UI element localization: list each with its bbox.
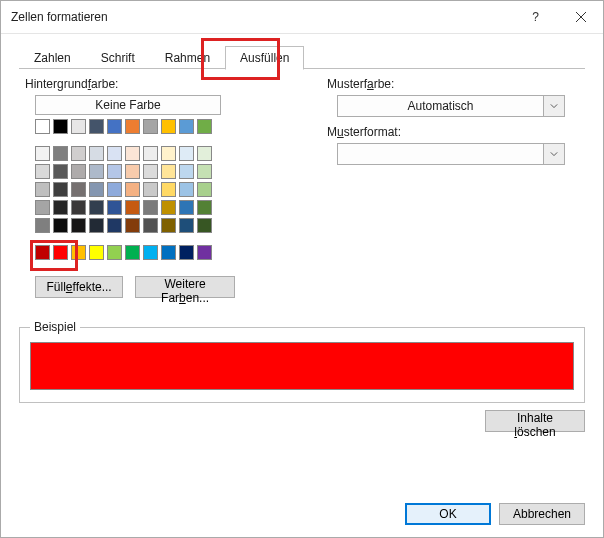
example-group: Beispiel [19, 320, 585, 403]
color-swatch[interactable] [143, 218, 158, 233]
chevron-down-icon [543, 144, 564, 164]
window-title: Zellen formatieren [11, 10, 513, 24]
color-swatch[interactable] [53, 218, 68, 233]
color-swatch[interactable] [71, 200, 86, 215]
color-swatch[interactable] [197, 182, 212, 197]
color-swatch[interactable] [143, 146, 158, 161]
color-swatch[interactable] [161, 119, 176, 134]
color-swatch[interactable] [53, 146, 68, 161]
color-swatch[interactable] [89, 245, 104, 260]
color-swatch[interactable] [35, 146, 50, 161]
pattern-format-label: Musterformat: [327, 125, 585, 139]
color-swatch[interactable] [161, 146, 176, 161]
color-swatch[interactable] [107, 182, 122, 197]
tab-zahlen[interactable]: Zahlen [19, 46, 86, 69]
color-swatch[interactable] [125, 200, 140, 215]
pattern-color-value: Automatisch [338, 99, 543, 113]
color-swatch[interactable] [107, 164, 122, 179]
color-swatch[interactable] [143, 182, 158, 197]
pattern-format-combo[interactable] [337, 143, 565, 165]
color-swatch[interactable] [53, 182, 68, 197]
color-swatch[interactable] [143, 164, 158, 179]
color-swatch[interactable] [143, 200, 158, 215]
color-swatch[interactable] [197, 245, 212, 260]
help-button[interactable]: ? [513, 1, 558, 33]
tab-rahmen[interactable]: Rahmen [150, 46, 225, 69]
color-swatch[interactable] [197, 146, 212, 161]
tab-row: Zahlen Schrift Rahmen Ausfüllen [1, 34, 603, 69]
color-swatch[interactable] [125, 245, 140, 260]
no-color-button[interactable]: Keine Farbe [35, 95, 221, 115]
color-swatch[interactable] [71, 119, 86, 134]
color-swatch[interactable] [125, 119, 140, 134]
color-swatch[interactable] [179, 164, 194, 179]
color-swatch[interactable] [53, 200, 68, 215]
fill-effects-button[interactable]: Fülleffekte... [35, 276, 123, 298]
clear-contents-button[interactable]: Inhalte löschen [485, 410, 585, 432]
color-swatch[interactable] [71, 146, 86, 161]
example-preview [30, 342, 574, 390]
color-swatch[interactable] [107, 200, 122, 215]
tab-ausfuellen[interactable]: Ausfüllen [225, 46, 304, 70]
color-swatch[interactable] [71, 245, 86, 260]
cancel-button[interactable]: Abbrechen [499, 503, 585, 525]
color-swatch[interactable] [179, 119, 194, 134]
color-swatch[interactable] [179, 182, 194, 197]
color-swatch[interactable] [161, 218, 176, 233]
example-label: Beispiel [30, 320, 80, 334]
more-colors-button[interactable]: Weitere Farben... [135, 276, 235, 298]
color-swatch[interactable] [179, 200, 194, 215]
color-swatch[interactable] [35, 200, 50, 215]
color-swatch[interactable] [161, 200, 176, 215]
pattern-color-combo[interactable]: Automatisch [337, 95, 565, 117]
color-swatch[interactable] [89, 146, 104, 161]
tab-schrift[interactable]: Schrift [86, 46, 150, 69]
color-swatch[interactable] [179, 245, 194, 260]
ok-button[interactable]: OK [405, 503, 491, 525]
color-swatch[interactable] [53, 119, 68, 134]
color-swatch[interactable] [35, 119, 50, 134]
color-swatch[interactable] [161, 245, 176, 260]
color-swatch[interactable] [89, 182, 104, 197]
color-swatch[interactable] [197, 200, 212, 215]
color-swatch[interactable] [143, 119, 158, 134]
color-swatch[interactable] [35, 245, 50, 260]
color-swatch[interactable] [89, 119, 104, 134]
color-swatch[interactable] [161, 182, 176, 197]
color-swatch[interactable] [35, 164, 50, 179]
color-swatch[interactable] [53, 164, 68, 179]
color-swatch[interactable] [197, 218, 212, 233]
color-swatch[interactable] [125, 164, 140, 179]
pattern-color-label: Musterfarbe: [327, 77, 585, 91]
color-swatch[interactable] [125, 146, 140, 161]
color-swatch[interactable] [107, 218, 122, 233]
color-swatch[interactable] [197, 164, 212, 179]
color-swatch[interactable] [125, 218, 140, 233]
color-swatch[interactable] [107, 119, 122, 134]
chevron-down-icon [543, 96, 564, 116]
color-swatch[interactable] [161, 164, 176, 179]
color-swatch[interactable] [125, 182, 140, 197]
close-button[interactable] [558, 1, 603, 33]
color-swatch[interactable] [71, 164, 86, 179]
color-swatch[interactable] [35, 182, 50, 197]
color-swatch[interactable] [107, 245, 122, 260]
color-swatch[interactable] [107, 146, 122, 161]
color-swatch[interactable] [89, 164, 104, 179]
color-swatch[interactable] [89, 218, 104, 233]
color-swatch[interactable] [179, 146, 194, 161]
color-swatch[interactable] [143, 245, 158, 260]
background-color-label: Hintergrundfarbe: [25, 77, 235, 91]
color-swatch[interactable] [35, 218, 50, 233]
color-swatch[interactable] [197, 119, 212, 134]
color-swatch[interactable] [89, 200, 104, 215]
color-swatch[interactable] [179, 218, 194, 233]
color-swatch[interactable] [53, 245, 68, 260]
color-swatch[interactable] [71, 182, 86, 197]
color-swatch[interactable] [71, 218, 86, 233]
